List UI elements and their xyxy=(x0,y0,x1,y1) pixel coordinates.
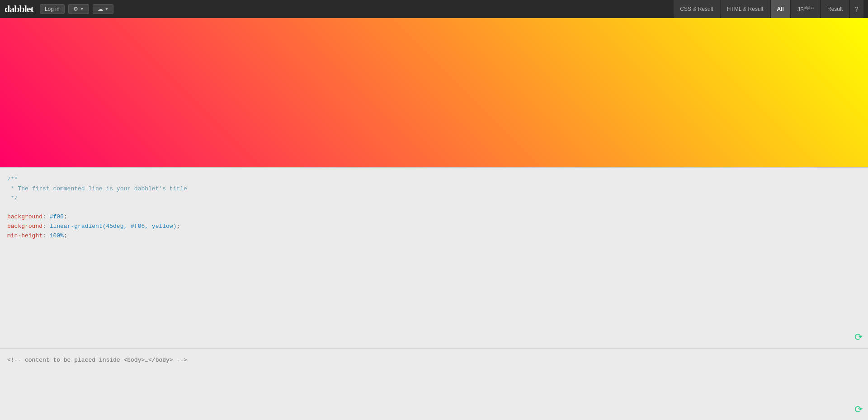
settings-button[interactable]: ⚙ ▼ xyxy=(68,4,89,14)
header: dabblet Log in ⚙ ▼ ☁ ▼ CSS & Result HTML… xyxy=(0,0,868,18)
cloud-dropdown-arrow: ▼ xyxy=(105,7,109,11)
editors: /** * The first commented line is your d… xyxy=(0,167,868,420)
all-view-button[interactable]: All xyxy=(771,0,790,18)
result-label: Result xyxy=(827,6,843,12)
html-editor-panel: <!-- content to be placed inside <body>…… xyxy=(0,348,868,420)
login-button[interactable]: Log in xyxy=(40,4,65,14)
gear-icon: ⚙ xyxy=(73,6,78,12)
help-icon: ? xyxy=(855,5,859,13)
html-refresh-button[interactable]: ⟳ xyxy=(854,405,863,415)
cloud-button[interactable]: ☁ ▼ xyxy=(93,4,114,14)
result-view-button[interactable]: Result xyxy=(821,0,849,18)
all-label: All xyxy=(777,6,784,12)
css-refresh-icon: ⟳ xyxy=(854,332,863,342)
css-result-label: CSS & Result xyxy=(680,6,713,12)
html-result-label: HTML & Result xyxy=(727,6,764,12)
css-editor-panel: /** * The first commented line is your d… xyxy=(0,167,868,348)
html-result-view-button[interactable]: HTML & Result xyxy=(721,0,770,18)
main: /** * The first commented line is your d… xyxy=(0,18,868,420)
css-refresh-button[interactable]: ⟳ xyxy=(854,332,863,342)
css-editor-textarea[interactable]: /** * The first commented line is your d… xyxy=(0,168,868,348)
logo: dabblet xyxy=(5,3,33,15)
settings-dropdown-arrow: ▼ xyxy=(80,7,84,11)
result-preview xyxy=(0,18,868,167)
header-right: CSS & Result HTML & Result All JSalpha R… xyxy=(674,0,863,18)
html-editor-textarea[interactable] xyxy=(0,349,868,420)
js-label: JSalpha xyxy=(797,5,814,13)
cloud-icon: ☁ xyxy=(98,6,103,12)
header-left: dabblet Log in ⚙ ▼ ☁ ▼ xyxy=(5,3,113,15)
login-label: Log in xyxy=(45,6,60,12)
css-result-view-button[interactable]: CSS & Result xyxy=(674,0,719,18)
html-refresh-icon: ⟳ xyxy=(854,405,863,415)
help-button[interactable]: ? xyxy=(850,0,863,18)
js-view-button[interactable]: JSalpha xyxy=(791,0,820,18)
